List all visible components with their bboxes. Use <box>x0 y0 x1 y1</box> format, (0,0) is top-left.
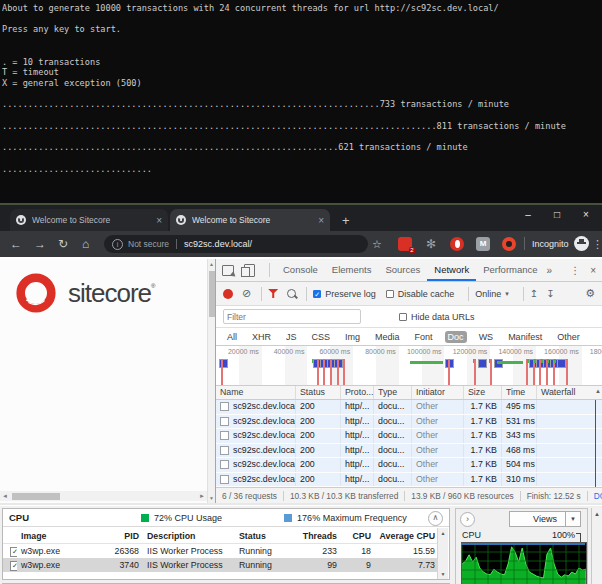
scroll-left-icon[interactable]: ◄ <box>2 493 8 499</box>
request-checkbox[interactable] <box>220 460 229 469</box>
window-scrollbar[interactable]: ▲ <box>591 508 602 584</box>
scroll-up-icon[interactable]: ▲ <box>592 511 602 517</box>
device-toolbar-icon[interactable] <box>244 264 255 277</box>
column-image[interactable]: Image <box>17 531 101 541</box>
type-filter-other[interactable]: Other <box>554 331 583 343</box>
page-horizontal-scrollbar[interactable]: ◄ ► <box>0 491 207 501</box>
devtools-tab-elements[interactable]: Elements <box>325 259 379 281</box>
devtools-tab-console[interactable]: Console <box>276 259 325 281</box>
column-protocol[interactable]: Proto... <box>341 386 374 399</box>
bookmark-star-icon[interactable]: ☆ <box>372 237 382 251</box>
process-row[interactable]: ✓w3wp.exe26368IIS Worker ProcessRunning2… <box>3 544 439 558</box>
scroll-down-icon[interactable]: ▼ <box>208 495 215 501</box>
export-har-icon[interactable]: ↧ <box>546 288 554 299</box>
expand-chevron-icon[interactable]: › <box>460 512 475 527</box>
network-request-row[interactable]: sc92sc.dev.local200http/...docu...Other1… <box>216 415 602 430</box>
cpu-section-header[interactable]: CPU 72% CPU Usage 176% Maximum Frequency… <box>3 509 449 527</box>
devtools-tab-network[interactable]: Network <box>427 259 476 281</box>
throttling-select[interactable]: Online <box>475 289 501 299</box>
network-request-row[interactable]: sc92sc.dev.local200http/...docu...Other1… <box>216 400 602 415</box>
process-row[interactable]: ✓w3wp.exe3740IIS Worker ProcessRunning99… <box>3 558 439 572</box>
filter-funnel-icon[interactable] <box>268 289 278 298</box>
extension-ring-icon[interactable] <box>502 237 516 251</box>
type-filter-css[interactable]: CSS <box>309 331 334 343</box>
info-icon[interactable]: i <box>112 239 123 250</box>
type-filter-media[interactable]: Media <box>372 331 403 343</box>
process-table-scrollbar[interactable]: ▲ ▼ <box>437 528 448 579</box>
extension-red-circle-icon[interactable] <box>450 237 464 251</box>
devtools-close-icon[interactable]: × <box>590 265 596 276</box>
scroll-up-icon[interactable]: ▲ <box>438 530 448 536</box>
type-filter-manifest[interactable]: Manifest <box>505 331 545 343</box>
minimize-button[interactable]: – <box>516 206 540 224</box>
extension-adblock-icon[interactable] <box>398 237 412 251</box>
extension-m-icon[interactable]: M <box>476 237 490 251</box>
network-request-row[interactable]: sc92sc.dev.local200http/...docu...Other1… <box>216 444 602 459</box>
column-status[interactable]: Status <box>296 386 341 399</box>
tab-close-icon[interactable]: × <box>318 215 324 226</box>
column-description[interactable]: Description <box>143 531 235 541</box>
disable-cache-checkbox[interactable] <box>386 290 394 298</box>
network-request-row[interactable]: sc92sc.dev.local200http/...docu...Other1… <box>216 429 602 444</box>
scroll-right-icon[interactable]: ► <box>199 493 205 499</box>
column-status[interactable]: Status <box>235 531 295 541</box>
request-checkbox[interactable] <box>220 446 229 455</box>
type-filter-doc[interactable]: Doc <box>445 331 467 343</box>
forward-icon[interactable]: → <box>34 237 46 251</box>
type-filter-xhr[interactable]: XHR <box>249 331 274 343</box>
chevron-down-icon[interactable]: ▾ <box>505 290 509 298</box>
settings-gear-icon[interactable]: ⚙ <box>585 287 595 300</box>
type-filter-all[interactable]: All <box>224 331 240 343</box>
collapse-chevron-icon[interactable]: ∧ <box>428 511 443 526</box>
scroll-down-icon[interactable]: ▼ <box>438 571 448 577</box>
browser-tab-2[interactable]: Welcome to Sitecore × <box>170 209 330 231</box>
column-name[interactable]: Name <box>216 386 296 399</box>
column-average-cpu[interactable]: Average CPU <box>375 531 439 541</box>
tab-close-icon[interactable]: × <box>156 215 162 226</box>
search-icon[interactable] <box>287 289 296 298</box>
horizontal-scroll-thumb[interactable] <box>12 493 60 500</box>
type-filter-js[interactable]: JS <box>283 331 300 343</box>
clear-icon[interactable]: ⊘ <box>242 287 251 300</box>
views-dropdown-icon[interactable]: ▼ <box>565 512 580 526</box>
back-icon[interactable]: ← <box>10 237 22 251</box>
inspect-element-icon[interactable] <box>222 265 234 276</box>
request-checkbox[interactable] <box>220 431 229 440</box>
type-filter-font[interactable]: Font <box>412 331 436 343</box>
process-checkbox[interactable]: ✓ <box>10 547 17 557</box>
column-time[interactable]: Time <box>502 386 537 399</box>
column-threads[interactable]: Threads <box>295 531 341 541</box>
devtools-tab-performance[interactable]: Performance <box>476 259 544 281</box>
new-tab-button[interactable]: + <box>342 213 350 228</box>
hide-data-urls-checkbox[interactable] <box>399 313 407 321</box>
extension-flower-icon[interactable]: ✻ <box>424 237 438 251</box>
browser-menu-icon[interactable]: ⋮ <box>592 237 602 251</box>
type-filter-img[interactable]: Img <box>342 331 363 343</box>
url-text[interactable]: sc92sc.dev.local/ <box>184 239 252 249</box>
devtools-menu-icon[interactable]: ⋮ <box>570 265 580 276</box>
preserve-log-checkbox[interactable]: ✓ <box>313 290 321 298</box>
process-checkbox[interactable]: ✓ <box>10 561 17 571</box>
reload-icon[interactable]: ↻ <box>58 237 68 251</box>
column-cpu[interactable]: CPU <box>341 531 375 541</box>
views-button[interactable]: Views ▼ <box>509 511 581 527</box>
column-type[interactable]: Type <box>374 386 412 399</box>
more-tabs-icon[interactable]: » <box>547 265 553 276</box>
column-waterfall[interactable]: Waterfall▲ <box>537 386 602 399</box>
column-size[interactable]: Size <box>464 386 502 399</box>
type-filter-ws[interactable]: WS <box>476 331 497 343</box>
page-vertical-scrollbar[interactable]: ▲ ▼ <box>207 259 215 503</box>
maximize-button[interactable]: □ <box>545 206 569 224</box>
request-checkbox[interactable] <box>220 417 229 426</box>
filter-input[interactable] <box>223 309 361 324</box>
request-checkbox[interactable] <box>220 475 229 484</box>
home-icon[interactable]: ⌂ <box>82 237 89 251</box>
browser-tab-1[interactable]: Welcome to Sitecore × <box>10 209 168 231</box>
import-har-icon[interactable]: ↥ <box>530 288 538 299</box>
scroll-up-icon[interactable]: ▲ <box>208 261 215 267</box>
request-checkbox[interactable] <box>220 402 229 411</box>
close-button[interactable]: × <box>574 206 598 224</box>
record-icon[interactable] <box>223 289 233 299</box>
network-request-row[interactable]: sc92sc.dev.local200http/...docu...Other1… <box>216 458 602 473</box>
column-initiator[interactable]: Initiator <box>412 386 464 399</box>
